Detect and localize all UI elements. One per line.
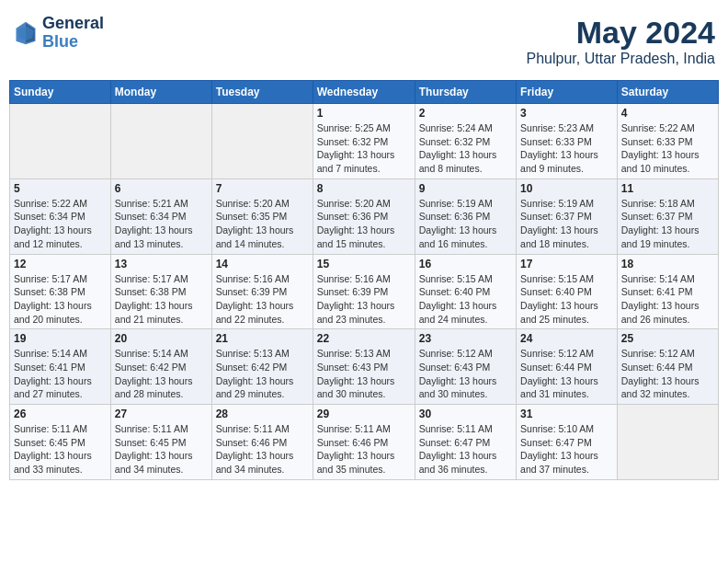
day-info: Sunrise: 5:11 AM Sunset: 6:46 PM Dayligh… [216, 422, 309, 477]
calendar-cell: 19Sunrise: 5:14 AM Sunset: 6:41 PM Dayli… [10, 329, 111, 405]
calendar-cell [110, 104, 211, 179]
day-number: 18 [621, 258, 714, 270]
day-info: Sunrise: 5:20 AM Sunset: 6:36 PM Dayligh… [317, 197, 411, 251]
day-info: Sunrise: 5:14 AM Sunset: 6:41 PM Dayligh… [621, 272, 714, 327]
calendar-cell: 16Sunrise: 5:15 AM Sunset: 6:40 PM Dayli… [415, 254, 516, 329]
day-number: 14 [216, 258, 309, 270]
day-info: Sunrise: 5:19 AM Sunset: 6:36 PM Dayligh… [419, 197, 512, 251]
logo-icon [13, 20, 39, 46]
logo-text: General Blue [42, 15, 104, 52]
day-number: 15 [317, 258, 411, 270]
calendar-week-row: 1Sunrise: 5:25 AM Sunset: 6:32 PM Daylig… [10, 104, 719, 179]
day-number: 9 [419, 182, 512, 195]
calendar-header-row: SundayMondayTuesdayWednesdayThursdayFrid… [10, 81, 719, 104]
page-header: General Blue May 2024 Phulpur, Uttar Pra… [9, 9, 719, 73]
day-info: Sunrise: 5:10 AM Sunset: 6:47 PM Dayligh… [520, 422, 613, 477]
day-number: 28 [216, 408, 309, 420]
day-info: Sunrise: 5:11 AM Sunset: 6:46 PM Dayligh… [317, 422, 411, 477]
calendar-cell: 15Sunrise: 5:16 AM Sunset: 6:39 PM Dayli… [313, 254, 415, 329]
day-number: 2 [419, 107, 512, 120]
day-number: 5 [14, 182, 107, 195]
day-number: 27 [115, 408, 208, 420]
day-number: 26 [14, 408, 107, 420]
calendar-cell: 26Sunrise: 5:11 AM Sunset: 6:45 PM Dayli… [10, 405, 111, 480]
day-info: Sunrise: 5:24 AM Sunset: 6:32 PM Dayligh… [419, 121, 512, 176]
calendar-cell: 23Sunrise: 5:12 AM Sunset: 6:43 PM Dayli… [415, 329, 516, 405]
calendar-cell: 31Sunrise: 5:10 AM Sunset: 6:47 PM Dayli… [517, 405, 618, 480]
calendar-cell: 29Sunrise: 5:11 AM Sunset: 6:46 PM Dayli… [313, 405, 415, 480]
day-info: Sunrise: 5:11 AM Sunset: 6:47 PM Dayligh… [419, 422, 512, 477]
day-of-week-header: Friday [517, 81, 618, 104]
day-number: 19 [14, 332, 107, 345]
calendar-cell: 6Sunrise: 5:21 AM Sunset: 6:34 PM Daylig… [110, 178, 211, 254]
day-number: 24 [520, 332, 613, 345]
title-block: May 2024 Phulpur, Uttar Pradesh, India [527, 15, 715, 67]
calendar-cell: 10Sunrise: 5:19 AM Sunset: 6:37 PM Dayli… [517, 178, 618, 254]
calendar-cell: 9Sunrise: 5:19 AM Sunset: 6:36 PM Daylig… [415, 178, 516, 254]
day-info: Sunrise: 5:22 AM Sunset: 6:34 PM Dayligh… [14, 197, 107, 251]
day-number: 25 [621, 332, 714, 345]
day-info: Sunrise: 5:15 AM Sunset: 6:40 PM Dayligh… [520, 272, 613, 327]
calendar-cell: 17Sunrise: 5:15 AM Sunset: 6:40 PM Dayli… [517, 254, 618, 329]
calendar-week-row: 26Sunrise: 5:11 AM Sunset: 6:45 PM Dayli… [10, 405, 719, 480]
day-info: Sunrise: 5:21 AM Sunset: 6:34 PM Dayligh… [115, 197, 208, 251]
calendar-cell: 13Sunrise: 5:17 AM Sunset: 6:38 PM Dayli… [110, 254, 211, 329]
calendar-cell: 12Sunrise: 5:17 AM Sunset: 6:38 PM Dayli… [10, 254, 111, 329]
day-number: 22 [317, 332, 411, 345]
day-number: 3 [520, 107, 613, 120]
day-number: 17 [520, 258, 613, 270]
calendar-cell: 22Sunrise: 5:13 AM Sunset: 6:43 PM Dayli… [313, 329, 415, 405]
day-info: Sunrise: 5:16 AM Sunset: 6:39 PM Dayligh… [317, 272, 411, 327]
calendar-cell: 14Sunrise: 5:16 AM Sunset: 6:39 PM Dayli… [211, 254, 313, 329]
calendar-cell [211, 104, 313, 179]
day-number: 6 [115, 182, 208, 195]
calendar-cell: 21Sunrise: 5:13 AM Sunset: 6:42 PM Dayli… [211, 329, 313, 405]
day-number: 21 [216, 332, 309, 345]
day-info: Sunrise: 5:12 AM Sunset: 6:44 PM Dayligh… [520, 347, 613, 401]
calendar-cell: 4Sunrise: 5:22 AM Sunset: 6:33 PM Daylig… [617, 104, 718, 179]
day-info: Sunrise: 5:15 AM Sunset: 6:40 PM Dayligh… [419, 272, 512, 327]
calendar-cell: 27Sunrise: 5:11 AM Sunset: 6:45 PM Dayli… [110, 405, 211, 480]
calendar-week-row: 5Sunrise: 5:22 AM Sunset: 6:34 PM Daylig… [10, 178, 719, 254]
day-number: 20 [115, 332, 208, 345]
day-number: 13 [115, 258, 208, 270]
day-number: 11 [621, 182, 714, 195]
calendar-table: SundayMondayTuesdayWednesdayThursdayFrid… [9, 80, 719, 480]
day-info: Sunrise: 5:16 AM Sunset: 6:39 PM Dayligh… [216, 272, 309, 327]
day-of-week-header: Monday [110, 81, 211, 104]
calendar-cell: 18Sunrise: 5:14 AM Sunset: 6:41 PM Dayli… [617, 254, 718, 329]
day-info: Sunrise: 5:12 AM Sunset: 6:43 PM Dayligh… [419, 347, 512, 401]
day-number: 30 [419, 408, 512, 420]
day-info: Sunrise: 5:14 AM Sunset: 6:42 PM Dayligh… [115, 347, 208, 401]
day-number: 31 [520, 408, 613, 420]
day-number: 4 [621, 107, 714, 120]
day-number: 7 [216, 182, 309, 195]
calendar-cell [10, 104, 111, 179]
day-info: Sunrise: 5:25 AM Sunset: 6:32 PM Dayligh… [317, 121, 411, 176]
main-title: May 2024 [527, 15, 715, 51]
calendar-week-row: 12Sunrise: 5:17 AM Sunset: 6:38 PM Dayli… [10, 254, 719, 329]
day-number: 1 [317, 107, 411, 120]
day-number: 16 [419, 258, 512, 270]
day-of-week-header: Tuesday [211, 81, 313, 104]
day-info: Sunrise: 5:23 AM Sunset: 6:33 PM Dayligh… [520, 121, 613, 176]
location-subtitle: Phulpur, Uttar Pradesh, India [527, 51, 715, 67]
calendar-cell: 28Sunrise: 5:11 AM Sunset: 6:46 PM Dayli… [211, 405, 313, 480]
calendar-cell: 30Sunrise: 5:11 AM Sunset: 6:47 PM Dayli… [415, 405, 516, 480]
day-of-week-header: Saturday [617, 81, 718, 104]
calendar-cell: 1Sunrise: 5:25 AM Sunset: 6:32 PM Daylig… [313, 104, 415, 179]
calendar-cell: 11Sunrise: 5:18 AM Sunset: 6:37 PM Dayli… [617, 178, 718, 254]
calendar-cell: 24Sunrise: 5:12 AM Sunset: 6:44 PM Dayli… [517, 329, 618, 405]
day-info: Sunrise: 5:11 AM Sunset: 6:45 PM Dayligh… [14, 422, 107, 477]
calendar-cell [617, 405, 718, 480]
day-info: Sunrise: 5:17 AM Sunset: 6:38 PM Dayligh… [14, 272, 107, 327]
day-of-week-header: Sunday [10, 81, 111, 104]
day-number: 23 [419, 332, 512, 345]
day-of-week-header: Thursday [415, 81, 516, 104]
calendar-cell: 3Sunrise: 5:23 AM Sunset: 6:33 PM Daylig… [517, 104, 618, 179]
day-number: 10 [520, 182, 613, 195]
logo: General Blue [13, 15, 104, 52]
day-info: Sunrise: 5:13 AM Sunset: 6:43 PM Dayligh… [317, 347, 411, 401]
day-info: Sunrise: 5:17 AM Sunset: 6:38 PM Dayligh… [115, 272, 208, 327]
calendar-cell: 25Sunrise: 5:12 AM Sunset: 6:44 PM Dayli… [617, 329, 718, 405]
